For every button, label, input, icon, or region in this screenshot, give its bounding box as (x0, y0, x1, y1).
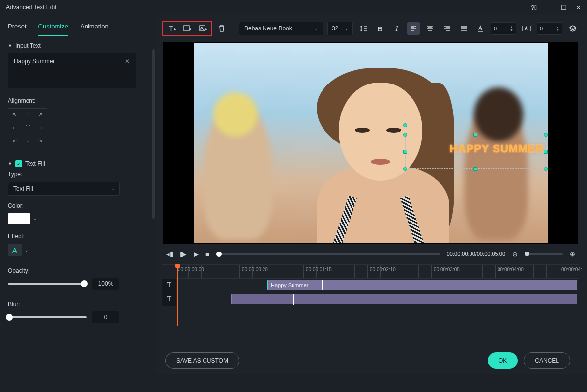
close-icon[interactable]: ✕ (576, 4, 581, 11)
zoom-slider[interactable] (525, 253, 563, 255)
next-frame-icon[interactable]: ▮▸ (180, 251, 187, 258)
text-track-1: T Happy Summer (162, 279, 579, 292)
zoom-out-icon[interactable]: ⊖ (512, 251, 518, 258)
clear-text-icon[interactable]: ✕ (125, 58, 130, 84)
collapse-icon: ▼ (8, 161, 12, 166)
rotation-spinner[interactable]: 0▲▼ (491, 22, 516, 35)
alignment-label: Alignment: (8, 97, 148, 104)
track-area[interactable] (176, 292, 579, 306)
text-toolbar: Bebas Neue Book ⌄ 32 ⌄ B I 0▲▼ 0▲▼ (162, 20, 579, 37)
stop-icon[interactable]: ■ (205, 251, 209, 258)
text-value: Happy Summer (14, 58, 55, 84)
text-track-2: T (162, 292, 579, 306)
right-panel: Bebas Neue Book ⌄ 32 ⌄ B I 0▲▼ 0▲▼ (156, 15, 587, 374)
tab-preset[interactable]: Preset (8, 20, 27, 36)
type-select[interactable]: Text Fill ⌄ (8, 182, 120, 196)
text-input-box[interactable]: Happy Summer ✕ (8, 53, 136, 88)
timeline-clip[interactable] (231, 294, 577, 304)
track-area[interactable]: Happy Summer (176, 279, 579, 292)
effect-swatch[interactable]: A (8, 244, 22, 256)
maximize-icon[interactable]: ☐ (561, 4, 567, 11)
bold-icon[interactable]: B (374, 22, 386, 35)
tab-animation[interactable]: Animation (80, 20, 109, 36)
align-justify-icon[interactable] (457, 22, 470, 35)
ruler-tick: 00:00:04:00 (498, 267, 524, 272)
font-select[interactable]: Bebas Neue Book ⌄ (239, 22, 323, 35)
font-size-select[interactable]: 32 ⌄ (327, 22, 353, 35)
align-left-icon[interactable] (407, 22, 420, 35)
align-center-icon[interactable] (424, 22, 437, 35)
color-swatch[interactable] (8, 213, 30, 224)
add-shape-icon[interactable] (182, 23, 193, 34)
spacing-spinner[interactable]: 0▲▼ (537, 22, 562, 35)
align-mr[interactable]: → (34, 121, 47, 134)
delete-icon[interactable] (216, 23, 227, 34)
cancel-button[interactable]: CANCEL (524, 352, 570, 369)
ruler-tick: 00:00:00:00 (178, 267, 204, 272)
chevron-down-icon[interactable]: ⌄ (25, 248, 29, 252)
text-fill-checkbox[interactable]: ✓ (15, 160, 22, 167)
alignment-grid: ↖↑↗ ←⛶→ ↙↓↘ (8, 108, 47, 147)
input-text-label: Input Text (15, 42, 41, 49)
add-text-icon[interactable] (166, 23, 177, 34)
selection-box[interactable] (405, 135, 546, 169)
footer: SAVE AS CUSTOM OK CANCEL (162, 347, 579, 374)
minimize-icon[interactable]: — (546, 4, 552, 11)
zoom-in-icon[interactable]: ⊕ (570, 251, 575, 258)
highlighted-tools (162, 21, 212, 36)
timeline-ruler[interactable]: 00:00:00:00 00:00:00:20 00:00:01:15 00:0… (176, 265, 579, 279)
type-label: Type: (8, 171, 148, 178)
opacity-label: Opacity: (8, 267, 148, 274)
text-fill-label: Text Fill (25, 160, 45, 167)
layers-icon[interactable] (566, 22, 579, 35)
input-text-header[interactable]: ▼ Input Text (8, 42, 148, 49)
timeline-clip[interactable]: Happy Summer (267, 280, 577, 290)
line-spacing-icon[interactable] (357, 22, 370, 35)
ruler-tick: 00:00:04: (561, 267, 582, 272)
align-tc[interactable]: ↑ (21, 109, 34, 121)
align-tl[interactable]: ↖ (8, 109, 21, 121)
video-frame[interactable]: HAPPY SUMMER (194, 43, 548, 243)
ruler-tick: 00:00:01:15 (306, 267, 332, 272)
blur-value[interactable]: 0 (92, 311, 119, 323)
add-image-icon[interactable] (198, 23, 208, 34)
letter-spacing-icon[interactable] (520, 22, 533, 35)
chevron-down-icon: ⌄ (345, 26, 349, 31)
play-icon[interactable]: ▶ (194, 251, 199, 258)
help-icon[interactable]: ?⃝ (531, 4, 537, 11)
left-panel: Preset Customize Animation ▼ Input Text … (0, 15, 156, 374)
panel-scrollbar[interactable] (152, 49, 155, 219)
align-right-icon[interactable] (440, 22, 453, 35)
align-br[interactable]: ↘ (34, 134, 47, 147)
text-track-icon: T (162, 292, 176, 306)
timeline: 00:00:00:00 00:00:00:20 00:00:01:15 00:0… (162, 264, 579, 347)
ruler-tick: 00:00:02:10 (370, 267, 396, 272)
align-bl[interactable]: ↙ (8, 134, 21, 147)
ruler-tick: 00:00:00:20 (242, 267, 268, 272)
opacity-value[interactable]: 100% (92, 278, 119, 290)
align-bc[interactable]: ↓ (21, 134, 34, 147)
chevron-down-icon: ⌄ (314, 26, 318, 31)
prev-frame-icon[interactable]: ◂▮ (166, 251, 173, 258)
progress-track[interactable] (216, 253, 440, 255)
text-fill-header[interactable]: ▼ ✓ Text Fill (8, 160, 148, 167)
align-center[interactable]: ⛶ (21, 121, 34, 134)
font-value: Bebas Neue Book (244, 25, 292, 32)
save-as-custom-button[interactable]: SAVE AS CUSTOM (165, 352, 239, 369)
titlebar: Advanced Text Edit ?⃝ — ☐ ✕ (0, 0, 587, 15)
text-color-icon[interactable] (474, 22, 487, 35)
preview-area: HAPPY SUMMER (163, 42, 578, 244)
blur-slider[interactable] (8, 316, 87, 318)
ok-button[interactable]: OK (488, 352, 518, 369)
opacity-slider[interactable] (8, 283, 87, 285)
tab-customize[interactable]: Customize (38, 20, 68, 36)
chevron-down-icon[interactable]: ⌄ (33, 216, 37, 221)
align-tr[interactable]: ↗ (34, 109, 47, 121)
time-display: 00:00:00:00/00:00:05:00 (447, 251, 505, 257)
text-track-icon: T (162, 279, 176, 292)
collapse-icon: ▼ (8, 43, 12, 48)
italic-icon[interactable]: I (390, 22, 403, 35)
align-ml[interactable]: ← (8, 121, 21, 134)
panel-tabs: Preset Customize Animation (8, 20, 148, 36)
color-label: Color: (8, 202, 148, 209)
